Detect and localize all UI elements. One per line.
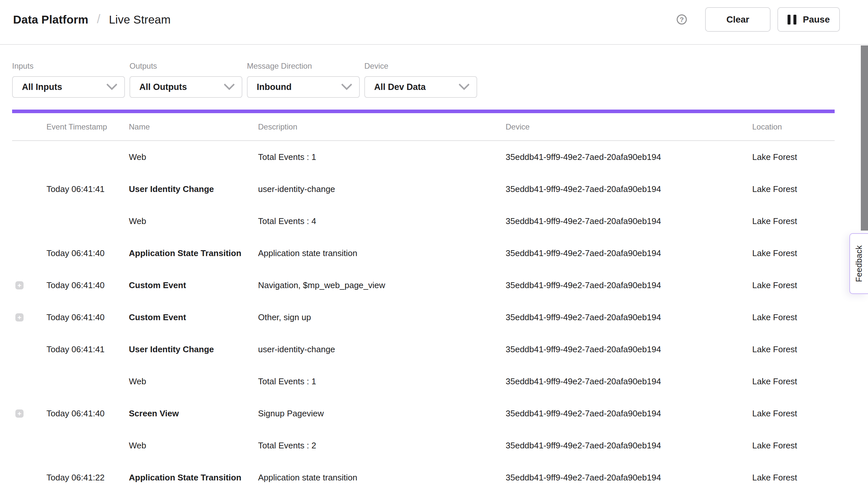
row-event-name: Custom Event [129, 280, 258, 291]
pause-button-label: Pause [803, 14, 830, 25]
chevron-down-icon [224, 79, 235, 90]
table-header-event-timestamp: Event Timestamp [46, 122, 129, 131]
row-event-name: Web [129, 216, 258, 226]
table-row[interactable]: + Today 06:41:40 Custom Event Other, sig… [12, 301, 835, 333]
table-row[interactable]: Web Total Events : 1 35eddb41-9ff9-49e2-… [12, 141, 835, 173]
row-location: Lake Forest [752, 376, 835, 387]
pause-button[interactable]: Pause [777, 7, 840, 32]
row-gutter: + [12, 281, 46, 290]
vertical-scrollbar-thumb[interactable] [861, 45, 868, 231]
table-row[interactable]: + Today 06:41:40 Custom Event Navigation… [12, 269, 835, 301]
row-location: Lake Forest [752, 184, 835, 194]
outputs-dropdown-value: All Outputs [139, 82, 187, 92]
row-event-name: User Identity Change [129, 344, 258, 355]
row-event-timestamp: Today 06:41:41 [46, 184, 129, 194]
row-event-name: Web [129, 376, 258, 387]
row-device-id: 35eddb41-9ff9-49e2-7aed-20afa90eb194 [506, 248, 752, 259]
pause-icon [787, 15, 796, 25]
row-description: Total Events : 2 [258, 441, 506, 451]
filter-bar: Inputs All Inputs Outputs All Outputs Me… [0, 45, 868, 98]
row-device-id: 35eddb41-9ff9-49e2-7aed-20afa90eb194 [506, 280, 752, 291]
row-location: Lake Forest [752, 248, 835, 259]
row-event-name: Web [129, 152, 258, 162]
table-row[interactable]: Web Total Events : 1 35eddb41-9ff9-49e2-… [12, 365, 835, 397]
row-location: Lake Forest [752, 312, 835, 323]
table-row[interactable]: + Today 06:41:40 Screen View Signup Page… [12, 397, 835, 429]
row-gutter: + [12, 409, 46, 418]
filter-message-direction: Message Direction Inbound [247, 61, 360, 98]
row-device-id: 35eddb41-9ff9-49e2-7aed-20afa90eb194 [506, 216, 752, 226]
filter-outputs-label: Outputs [129, 61, 242, 71]
device-dropdown[interactable]: All Dev Data [364, 76, 477, 98]
chevron-down-icon [106, 79, 117, 90]
message-direction-dropdown[interactable]: Inbound [247, 76, 360, 98]
expand-row-button[interactable]: + [16, 409, 24, 418]
help-icon[interactable]: ? [677, 14, 687, 25]
table-row[interactable]: Today 06:41:40 Application State Transit… [12, 237, 835, 269]
breadcrumb-separator: / [97, 12, 100, 26]
row-event-name: Screen View [129, 408, 258, 419]
row-description: Application state transition [258, 473, 506, 483]
row-description: Total Events : 4 [258, 216, 506, 226]
row-event-timestamp: Today 06:41:40 [46, 408, 129, 419]
row-device-id: 35eddb41-9ff9-49e2-7aed-20afa90eb194 [506, 184, 752, 194]
row-location: Lake Forest [752, 216, 835, 226]
table-row[interactable]: Today 06:41:41 User Identity Change user… [12, 173, 835, 205]
row-device-id: 35eddb41-9ff9-49e2-7aed-20afa90eb194 [506, 441, 752, 451]
filter-inputs: Inputs All Inputs [12, 61, 125, 98]
filter-device-label: Device [364, 61, 477, 71]
filter-inputs-label: Inputs [12, 61, 125, 71]
row-device-id: 35eddb41-9ff9-49e2-7aed-20afa90eb194 [506, 408, 752, 419]
table-row[interactable]: Web Total Events : 2 35eddb41-9ff9-49e2-… [12, 429, 835, 461]
row-description: Signup Pageview [258, 408, 506, 419]
message-direction-dropdown-value: Inbound [257, 82, 291, 92]
filter-outputs: Outputs All Outputs [129, 61, 242, 98]
outputs-dropdown[interactable]: All Outputs [129, 76, 242, 98]
table-header-row: Event Timestamp Name Description Device … [12, 113, 835, 141]
row-location: Lake Forest [752, 152, 835, 162]
filter-message-direction-label: Message Direction [247, 61, 360, 71]
inputs-dropdown[interactable]: All Inputs [12, 76, 125, 98]
row-device-id: 35eddb41-9ff9-49e2-7aed-20afa90eb194 [506, 344, 752, 355]
row-location: Lake Forest [752, 473, 835, 483]
row-device-id: 35eddb41-9ff9-49e2-7aed-20afa90eb194 [506, 376, 752, 387]
row-description: Total Events : 1 [258, 376, 506, 387]
row-location: Lake Forest [752, 441, 835, 451]
stream-accent-bar [12, 110, 835, 113]
breadcrumb: Data Platform / Live Stream [13, 12, 171, 27]
row-location: Lake Forest [752, 408, 835, 419]
row-description: Other, sign up [258, 312, 506, 323]
events-table: Event Timestamp Name Description Device … [12, 113, 835, 486]
row-description: Application state transition [258, 248, 506, 259]
row-event-timestamp: Today 06:41:40 [46, 312, 129, 323]
expand-row-button[interactable]: + [16, 313, 24, 322]
clear-button[interactable]: Clear [705, 7, 771, 32]
filter-device: Device All Dev Data [364, 61, 477, 98]
row-event-timestamp: Today 06:41:41 [46, 344, 129, 355]
table-row[interactable]: Web Total Events : 4 35eddb41-9ff9-49e2-… [12, 205, 835, 237]
breadcrumb-data-platform[interactable]: Data Platform [13, 13, 88, 26]
feedback-tab[interactable]: Feedback [849, 233, 868, 294]
row-location: Lake Forest [752, 344, 835, 355]
row-description: Total Events : 1 [258, 152, 506, 162]
table-header-location: Location [752, 122, 835, 131]
row-gutter: + [12, 313, 46, 322]
row-event-name: Application State Transition [129, 473, 258, 483]
expand-row-button[interactable]: + [16, 281, 24, 290]
row-event-name: Application State Transition [129, 248, 258, 259]
page-title: Live Stream [109, 13, 171, 26]
device-dropdown-value: All Dev Data [374, 82, 426, 92]
row-description: user-identity-change [258, 184, 506, 194]
row-device-id: 35eddb41-9ff9-49e2-7aed-20afa90eb194 [506, 473, 752, 483]
chevron-down-icon [341, 79, 352, 90]
inputs-dropdown-value: All Inputs [22, 82, 62, 92]
chevron-down-icon [459, 79, 470, 90]
header-actions: ? Clear Pause [677, 7, 840, 32]
row-description: user-identity-change [258, 344, 506, 355]
row-event-name: User Identity Change [129, 184, 258, 194]
table-row[interactable]: Today 06:41:41 User Identity Change user… [12, 333, 835, 365]
row-location: Lake Forest [752, 280, 835, 291]
table-body: Web Total Events : 1 35eddb41-9ff9-49e2-… [12, 141, 835, 486]
row-event-timestamp: Today 06:41:40 [46, 248, 129, 259]
table-row[interactable]: Today 06:41:22 Application State Transit… [12, 461, 835, 486]
